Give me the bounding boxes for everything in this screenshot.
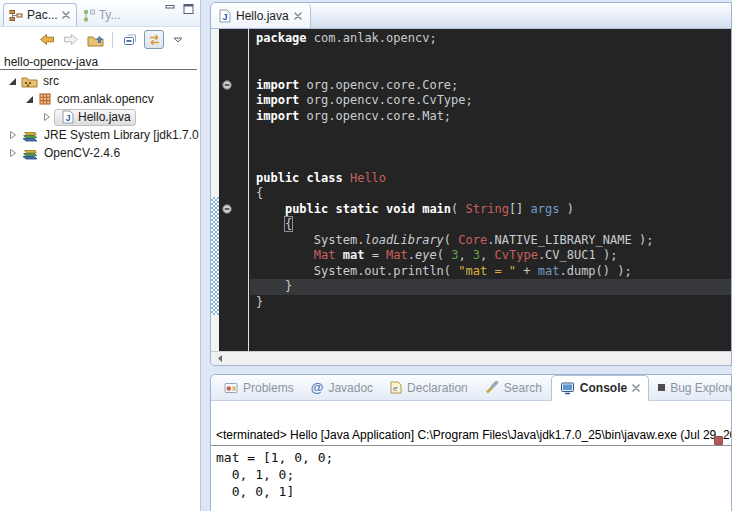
package-explorer-icon [9, 9, 23, 22]
search-icon [485, 381, 499, 394]
left-view-tabs: Pac...Ty... [3, 3, 126, 26]
code-line: } [256, 279, 731, 295]
tree-selection: JHello.java [54, 109, 136, 126]
editor-tab-label: Hello.java [236, 9, 289, 23]
bottom-tab-label: Console [580, 381, 627, 395]
fold-minus-icon[interactable] [222, 204, 232, 214]
project-tree: hello-opencv-java srccom.anlak.opencvJHe… [0, 52, 200, 162]
tab-search[interactable]: Search [477, 375, 550, 400]
problems-icon [224, 382, 238, 394]
view-tab-label: Ty... [99, 8, 121, 22]
bottom-tab-label: Bug Explorer [670, 381, 732, 395]
package-icon [38, 93, 52, 105]
collapse-all-button[interactable] [120, 30, 140, 49]
left-view-tabbar: Pac...Ty... [0, 0, 200, 27]
tree-item-label: JRE System Library [jdk1.7.0 [44, 128, 199, 142]
javadoc-icon: @ [311, 380, 324, 395]
declaration-icon: e [390, 381, 402, 394]
library-icon [21, 129, 39, 142]
forward-arrow-icon [63, 33, 79, 46]
bottom-view-tabbar: Problems@JavadoceDeclarationSearchConsol… [211, 375, 731, 401]
editor-tab-hello-java[interactable]: J Hello.java [211, 3, 311, 28]
console-line: mat = [1, 0, 0; [216, 449, 731, 466]
java-file-icon: J [62, 110, 74, 124]
package-explorer-view: Pac...Ty... hello-opencv-java srccom.anl… [0, 0, 201, 511]
minimize-icon[interactable] [165, 4, 176, 14]
console-output-area[interactable]: <terminated> Hello [Java Application] C:… [211, 425, 731, 511]
svg-text:e: e [393, 384, 398, 393]
view-tab-pac[interactable]: Pac... [3, 3, 77, 26]
bottom-tab-label: Problems [243, 381, 294, 395]
console-line: 0, 1, 0; [216, 466, 731, 483]
tree-item-label: Hello.java [78, 110, 131, 124]
console-icon [560, 382, 575, 395]
java-file-icon: J [219, 9, 231, 23]
code-line: import org.opencv.core.Core; [256, 78, 731, 94]
forward-arrow-button[interactable] [61, 30, 81, 49]
collapsed-expander-icon[interactable] [42, 112, 51, 122]
code-line: { [256, 217, 731, 233]
console-status-line: <terminated> Hello [Java Application] C:… [211, 425, 731, 446]
tab-declaration[interactable]: eDeclaration [382, 375, 476, 400]
svg-text:J: J [66, 113, 71, 123]
code-editor[interactable]: package com.anlak.opencv;import org.open… [211, 29, 731, 353]
code-line [256, 47, 731, 63]
up-folder-button[interactable] [85, 30, 105, 49]
console-line: 0, 0, 1] [216, 483, 731, 500]
bug-icon [658, 384, 665, 391]
tree-item-src[interactable]: src [0, 72, 200, 90]
code-line: import org.opencv.core.CvType; [256, 93, 731, 109]
source-folder-icon [21, 75, 38, 88]
code-line: { [256, 186, 731, 202]
close-icon[interactable] [294, 12, 302, 20]
code-line [256, 155, 731, 171]
tree-item-jre[interactable]: JRE System Library [jdk1.7.0 [0, 126, 200, 144]
bottom-tab-label: Search [504, 381, 542, 395]
tree-item-com[interactable]: com.anlak.opencv [0, 90, 200, 108]
fold-gutter[interactable] [219, 29, 249, 353]
link-with-editor-icon [147, 34, 162, 46]
editor-hscrollbar[interactable] [211, 351, 731, 365]
project-label: hello-opencv-java [4, 55, 98, 69]
range-indicator [211, 197, 219, 315]
close-icon [62, 11, 70, 19]
link-with-editor-button[interactable] [144, 30, 164, 49]
code-line: Mat mat = Mat.eye( 3, 3, CvType.CV_8UC1 … [256, 248, 731, 264]
tab-javadoc[interactable]: @Javadoc [303, 375, 381, 400]
tree-item-label: com.anlak.opencv [57, 92, 154, 106]
collapsed-expander-icon[interactable] [8, 130, 17, 140]
collapsed-expander-icon[interactable] [8, 148, 17, 158]
maximize-icon[interactable] [183, 4, 194, 14]
terminate-button[interactable] [714, 436, 723, 445]
editor-tabbar: J Hello.java [211, 3, 731, 29]
code-line [256, 124, 731, 140]
code-text: package com.anlak.opencv;import org.open… [250, 29, 731, 353]
code-line: public class Hello [256, 171, 731, 187]
tree-item-opencv-2[interactable]: OpenCV-2.4.6 [0, 144, 200, 162]
bottom-tab-label: Declaration [407, 381, 468, 395]
expanded-expander-icon[interactable] [25, 95, 34, 104]
close-icon [632, 384, 640, 392]
back-arrow-button[interactable] [37, 30, 57, 49]
console-view: Problems@JavadoceDeclarationSearchConsol… [210, 374, 732, 511]
tree-item-label: src [43, 74, 59, 88]
tab-bug-explorer[interactable]: Bug Explorer [650, 375, 732, 400]
expanded-expander-icon[interactable] [8, 77, 17, 86]
view-tab-ty[interactable]: Ty... [77, 4, 127, 26]
tree-item-hello[interactable]: JHello.java [0, 108, 200, 126]
view-tab-label: Pac... [27, 8, 58, 22]
tree-item-label: OpenCV-2.4.6 [44, 146, 120, 160]
fold-minus-icon[interactable] [222, 80, 232, 90]
view-menu-button[interactable] [168, 30, 188, 49]
toolbar-separator [112, 32, 113, 48]
scroll-left-icon[interactable] [216, 354, 224, 363]
tree-item-project[interactable]: hello-opencv-java [0, 55, 197, 70]
code-line [256, 140, 731, 156]
eclipse-workbench: Pac...Ty... hello-opencv-java srccom.anl… [0, 0, 732, 511]
code-line: } [256, 295, 731, 311]
code-line [256, 62, 731, 78]
tab-problems[interactable]: Problems [216, 375, 302, 400]
tab-console[interactable]: Console [551, 375, 649, 401]
svg-text:J: J [223, 12, 228, 22]
console-output-text: mat = [1, 0, 0; 0, 1, 0; 0, 0, 1] [211, 446, 731, 500]
